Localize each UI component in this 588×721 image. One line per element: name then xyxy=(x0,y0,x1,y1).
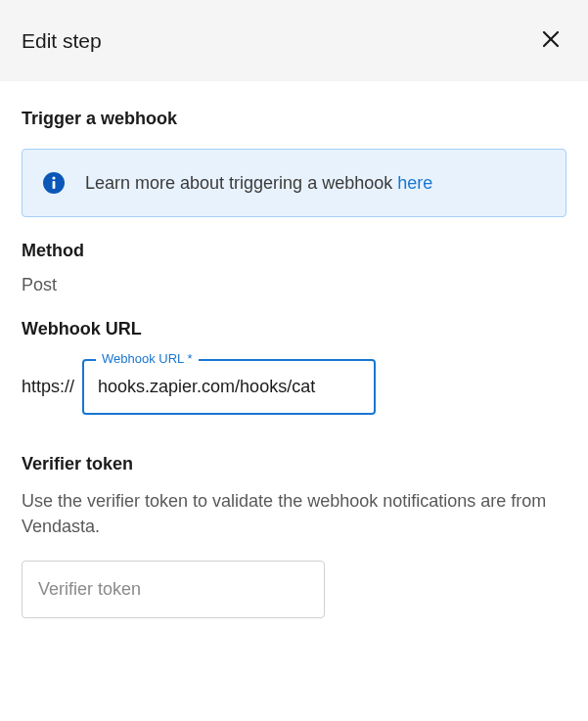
method-label: Method xyxy=(22,241,566,261)
verifier-input[interactable] xyxy=(38,579,308,600)
url-prefix: https:// xyxy=(22,377,74,397)
svg-rect-3 xyxy=(53,181,56,189)
info-link[interactable]: here xyxy=(397,173,432,193)
method-value: Post xyxy=(22,275,566,295)
webhook-url-label: Webhook URL xyxy=(22,319,566,339)
info-text: Learn more about triggering a webhook he… xyxy=(85,173,432,194)
close-icon xyxy=(539,27,563,54)
webhook-url-input[interactable] xyxy=(98,377,360,397)
dialog-title: Edit step xyxy=(22,29,102,53)
dialog-content: Trigger a webhook Learn more about trigg… xyxy=(0,81,588,646)
dialog-header: Edit step xyxy=(0,0,588,81)
info-icon xyxy=(42,171,66,195)
webhook-url-floating-label: Webhook URL * xyxy=(96,351,199,366)
info-text-prefix: Learn more about triggering a webhook xyxy=(85,173,397,193)
info-box: Learn more about triggering a webhook he… xyxy=(22,149,566,217)
section-heading: Trigger a webhook xyxy=(22,109,566,129)
svg-point-4 xyxy=(52,176,55,179)
webhook-url-field-wrapper: Webhook URL * xyxy=(82,359,376,415)
verifier-description: Use the verifier token to validate the w… xyxy=(22,488,566,539)
verifier-label: Verifier token xyxy=(22,454,566,474)
close-button[interactable] xyxy=(535,23,566,58)
verifier-field-wrapper xyxy=(22,561,325,618)
webhook-url-row: https:// Webhook URL * xyxy=(22,359,566,415)
